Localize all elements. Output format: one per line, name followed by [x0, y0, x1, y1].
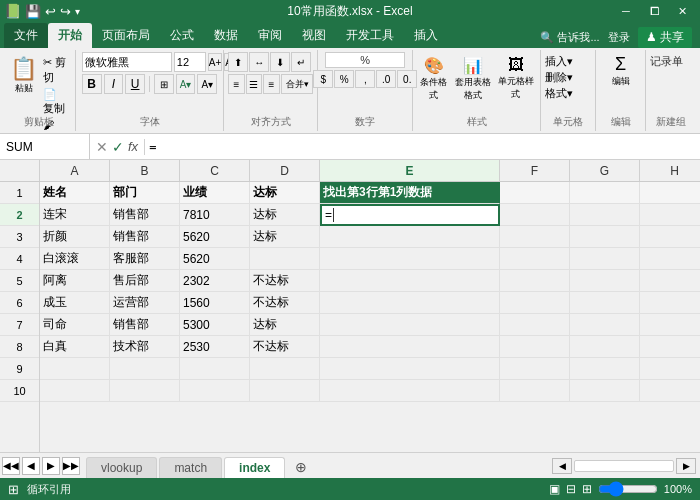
cell-e4[interactable] — [320, 248, 500, 270]
cell-c1[interactable]: 业绩 — [180, 182, 250, 204]
scroll-track[interactable] — [574, 460, 674, 472]
row-num-10[interactable]: 10 — [0, 380, 39, 402]
cell-c4[interactable]: 5620 — [180, 248, 250, 270]
zoom-slider[interactable] — [598, 484, 658, 494]
cell-f9[interactable] — [500, 358, 570, 380]
cell-b9[interactable] — [110, 358, 180, 380]
tab-data[interactable]: 数据 — [204, 23, 248, 48]
col-header-d[interactable]: D — [250, 160, 320, 181]
cell-f2[interactable] — [500, 204, 570, 226]
sheet-scroll-right[interactable]: ▶ — [676, 458, 696, 474]
name-box[interactable]: SUM — [0, 134, 90, 159]
cut-button[interactable]: ✂ 剪切 — [41, 54, 71, 86]
cell-e2[interactable]: = — [320, 204, 500, 226]
share-btn[interactable]: ♟ 共享 — [638, 27, 692, 48]
sheet-nav-last[interactable]: ▶▶ — [62, 457, 80, 475]
cell-c9[interactable] — [180, 358, 250, 380]
cell-a2[interactable]: 连宋 — [40, 204, 110, 226]
row-num-2[interactable]: 2 — [0, 204, 39, 226]
view-normal-icon[interactable]: ▣ — [549, 482, 560, 496]
increase-decimal[interactable]: .0 — [376, 70, 396, 88]
row-num-8[interactable]: 8 — [0, 336, 39, 358]
cell-b2[interactable]: 销售部 — [110, 204, 180, 226]
cell-g5[interactable] — [570, 270, 640, 292]
paste-button[interactable]: 📋 粘贴 — [8, 54, 39, 97]
cell-styles-button[interactable]: 🖼单元格样式 — [497, 56, 534, 101]
align-middle[interactable]: ↔ — [249, 52, 269, 72]
quick-access-undo[interactable]: ↩ — [45, 4, 56, 19]
cell-f4[interactable] — [500, 248, 570, 270]
align-bottom[interactable]: ⬇ — [270, 52, 290, 72]
cell-f7[interactable] — [500, 314, 570, 336]
cell-c7[interactable]: 5300 — [180, 314, 250, 336]
merge-center[interactable]: 合并▾ — [281, 74, 314, 94]
align-right[interactable]: ≡ — [263, 74, 279, 94]
cell-c10[interactable] — [180, 380, 250, 402]
align-top[interactable]: ⬆ — [228, 52, 248, 72]
cell-a10[interactable] — [40, 380, 110, 402]
cell-b6[interactable]: 运营部 — [110, 292, 180, 314]
function-icon[interactable]: fx — [128, 139, 138, 154]
sheet-nav-first[interactable]: ◀◀ — [2, 457, 20, 475]
tab-match[interactable]: match — [159, 457, 222, 478]
cell-d7[interactable]: 达标 — [250, 314, 320, 336]
accounting-format[interactable]: $ — [313, 70, 333, 88]
conditional-format-button[interactable]: 🎨条件格式 — [419, 56, 449, 102]
cell-d10[interactable] — [250, 380, 320, 402]
row-num-5[interactable]: 5 — [0, 270, 39, 292]
font-size-input[interactable] — [174, 52, 206, 72]
cell-h7[interactable] — [640, 314, 700, 336]
font-size-increase[interactable]: A+ — [208, 53, 223, 71]
tab-insert[interactable]: 插入 — [404, 23, 448, 48]
sum-button[interactable]: Σ 编辑 — [612, 54, 630, 88]
cell-a8[interactable]: 白真 — [40, 336, 110, 358]
cell-g10[interactable] — [570, 380, 640, 402]
tab-developer[interactable]: 开发工具 — [336, 23, 404, 48]
tab-file[interactable]: 文件 — [4, 23, 48, 48]
sheet-nav-next[interactable]: ▶ — [42, 457, 60, 475]
cell-d1[interactable]: 达标 — [250, 182, 320, 204]
view-break-icon[interactable]: ⊞ — [582, 482, 592, 496]
row-num-9[interactable]: 9 — [0, 358, 39, 380]
cell-c8[interactable]: 2530 — [180, 336, 250, 358]
fill-color-button[interactable]: A▾ — [176, 74, 196, 94]
wrap-text[interactable]: ↵ — [291, 52, 311, 72]
align-center[interactable]: ☰ — [246, 74, 262, 94]
cell-g7[interactable] — [570, 314, 640, 336]
tab-layout[interactable]: 页面布局 — [92, 23, 160, 48]
col-header-a[interactable]: A — [40, 160, 110, 181]
cell-h2[interactable] — [640, 204, 700, 226]
tab-view[interactable]: 视图 — [292, 23, 336, 48]
cell-e10[interactable] — [320, 380, 500, 402]
cell-g2[interactable] — [570, 204, 640, 226]
col-header-e[interactable]: E — [320, 160, 500, 181]
cell-e7[interactable] — [320, 314, 500, 336]
cell-h5[interactable] — [640, 270, 700, 292]
cell-g3[interactable] — [570, 226, 640, 248]
col-header-g[interactable]: G — [570, 160, 640, 181]
italic-button[interactable]: I — [104, 74, 124, 94]
comma-format[interactable]: , — [355, 70, 375, 88]
cell-e1[interactable]: 找出第3行第1列数据 — [320, 182, 500, 204]
cell-b3[interactable]: 销售部 — [110, 226, 180, 248]
cell-h8[interactable] — [640, 336, 700, 358]
cell-a7[interactable]: 司命 — [40, 314, 110, 336]
delete-cells-button[interactable]: 删除▾ — [545, 70, 591, 85]
font-family-input[interactable] — [82, 52, 172, 72]
cell-c6[interactable]: 1560 — [180, 292, 250, 314]
cell-e6[interactable] — [320, 292, 500, 314]
view-layout-icon[interactable]: ⊟ — [566, 482, 576, 496]
cell-d4[interactable] — [250, 248, 320, 270]
cell-f1[interactable] — [500, 182, 570, 204]
restore-button[interactable]: ⧠ — [640, 0, 668, 22]
cell-e5[interactable] — [320, 270, 500, 292]
cell-c2[interactable]: 7810 — [180, 204, 250, 226]
cell-b8[interactable]: 技术部 — [110, 336, 180, 358]
cell-f6[interactable] — [500, 292, 570, 314]
add-sheet-button[interactable]: ⊕ — [287, 456, 315, 478]
align-left[interactable]: ≡ — [228, 74, 244, 94]
col-header-f[interactable]: F — [500, 160, 570, 181]
cell-b1[interactable]: 部门 — [110, 182, 180, 204]
tab-vlookup[interactable]: vlookup — [86, 457, 157, 478]
close-button[interactable]: ✕ — [668, 0, 696, 22]
